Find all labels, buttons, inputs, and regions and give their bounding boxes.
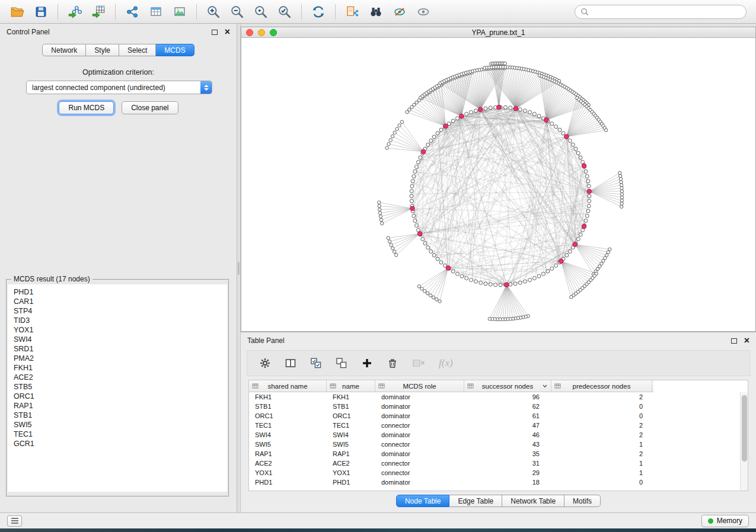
ring-node[interactable] — [426, 143, 430, 146]
table-row[interactable]: ORC1ORC1dominator610 — [249, 411, 748, 421]
ring-node[interactable] — [484, 107, 487, 110]
leaf-node[interactable] — [420, 287, 423, 290]
leaf-node[interactable] — [570, 296, 573, 299]
ring-node[interactable] — [436, 132, 439, 135]
leaf-node[interactable] — [620, 202, 623, 205]
column-header-name[interactable]: name — [327, 380, 375, 392]
mcds-result-item[interactable]: STP4 — [8, 306, 227, 316]
leaf-node[interactable] — [387, 142, 390, 145]
ring-node[interactable] — [474, 280, 477, 283]
hub-node[interactable] — [478, 107, 483, 112]
tab-motifs[interactable]: Motifs — [564, 495, 601, 507]
open-file-button[interactable] — [6, 2, 28, 21]
zoom-out-button[interactable] — [226, 2, 248, 21]
mcds-result-item[interactable]: SWI5 — [8, 420, 227, 430]
ring-node[interactable] — [528, 110, 532, 114]
mcds-result-item[interactable]: SRD1 — [8, 344, 227, 354]
leaf-node[interactable] — [400, 120, 403, 123]
ring-node[interactable] — [489, 283, 492, 286]
ring-node[interactable] — [518, 281, 522, 284]
ring-node[interactable] — [576, 238, 580, 241]
hub-node[interactable] — [446, 266, 451, 271]
float-table-panel-button[interactable] — [731, 338, 737, 344]
ring-node[interactable] — [451, 270, 455, 273]
mcds-result-item[interactable]: TEC1 — [8, 430, 227, 439]
leaf-node[interactable] — [378, 204, 381, 207]
ring-node[interactable] — [455, 272, 459, 275]
ring-node[interactable] — [565, 254, 569, 257]
table-row[interactable]: ACE2ACE2connector311 — [249, 459, 748, 468]
ring-node[interactable] — [554, 125, 558, 129]
hub-node[interactable] — [410, 206, 415, 211]
export-image-button[interactable] — [168, 2, 191, 21]
ring-node[interactable] — [412, 175, 416, 178]
ring-node[interactable] — [465, 277, 468, 280]
leaf-node[interactable] — [379, 215, 382, 218]
ring-node[interactable] — [542, 272, 546, 275]
mcds-result-item[interactable]: TID3 — [8, 316, 227, 325]
show-columns-button[interactable] — [285, 357, 296, 369]
leaf-node[interactable] — [378, 211, 381, 214]
ring-node[interactable] — [586, 180, 590, 183]
leaf-node[interactable] — [378, 201, 381, 204]
leaf-node[interactable] — [620, 199, 623, 202]
ring-node[interactable] — [579, 233, 582, 236]
table-row[interactable]: TEC1TEC1connector472 — [249, 421, 748, 430]
ring-node[interactable] — [528, 278, 532, 282]
ring-node[interactable] — [579, 156, 582, 159]
ring-node[interactable] — [489, 106, 492, 110]
ring-node[interactable] — [410, 199, 413, 203]
close-window-button[interactable] — [246, 29, 253, 36]
hub-node[interactable] — [421, 149, 426, 154]
leaf-node[interactable] — [618, 171, 621, 174]
ring-node[interactable] — [518, 108, 522, 111]
mcds-result-item[interactable]: STB1 — [8, 411, 227, 420]
table-scrollbar[interactable] — [740, 392, 748, 491]
column-header-shared-name[interactable]: shared name — [249, 380, 327, 392]
tab-select[interactable]: Select — [119, 44, 156, 56]
zoom-selected-button[interactable] — [250, 2, 272, 21]
ring-node[interactable] — [509, 106, 512, 110]
close-table-panel-button[interactable]: × — [744, 336, 749, 345]
leaf-node[interactable] — [398, 124, 401, 127]
tab-edge-table[interactable]: Edge Table — [449, 495, 502, 507]
mcds-result-item[interactable]: YOX1 — [8, 325, 227, 335]
leaf-node[interactable] — [620, 181, 623, 184]
ring-node[interactable] — [574, 147, 578, 150]
leaf-node[interactable] — [618, 174, 621, 177]
ring-node[interactable] — [585, 214, 589, 217]
ring-node[interactable] — [479, 281, 483, 284]
ring-node[interactable] — [469, 278, 473, 282]
table-row[interactable]: STB1STB1dominator620 — [249, 402, 748, 411]
leaf-node[interactable] — [395, 127, 398, 130]
tab-node-table[interactable]: Node Table — [396, 495, 450, 507]
ring-node[interactable] — [499, 283, 502, 287]
ring-node[interactable] — [432, 254, 436, 257]
export-network-button[interactable] — [121, 2, 143, 21]
leaf-node[interactable] — [620, 193, 623, 196]
ring-node[interactable] — [410, 194, 413, 198]
leaf-node[interactable] — [619, 177, 622, 180]
leaf-node[interactable] — [503, 62, 506, 65]
export-table-button[interactable] — [145, 2, 167, 21]
ring-node[interactable] — [550, 267, 554, 270]
ring-node[interactable] — [451, 119, 455, 123]
ring-node[interactable] — [532, 112, 536, 116]
ring-node[interactable] — [416, 161, 420, 164]
ring-node[interactable] — [568, 250, 572, 254]
leaf-node[interactable] — [426, 291, 429, 294]
memory-button[interactable]: Memory — [701, 515, 749, 527]
divider-grip[interactable] — [238, 262, 240, 275]
hub-node[interactable] — [559, 259, 563, 264]
ring-node[interactable] — [587, 184, 591, 188]
table-row[interactable]: SWI4SWI4dominator462 — [249, 430, 748, 440]
leaf-node[interactable] — [620, 190, 623, 193]
ring-node[interactable] — [586, 209, 590, 213]
hub-node[interactable] — [587, 189, 592, 194]
task-history-button[interactable] — [7, 515, 22, 527]
import-network-button[interactable] — [63, 2, 86, 21]
mcds-result-item[interactable]: PHD1 — [8, 287, 227, 297]
mcds-result-item[interactable]: CAR1 — [8, 297, 227, 306]
close-panel-button[interactable]: Close panel — [122, 101, 178, 114]
table-row[interactable]: SWI5SWI5connector431 — [249, 440, 748, 449]
